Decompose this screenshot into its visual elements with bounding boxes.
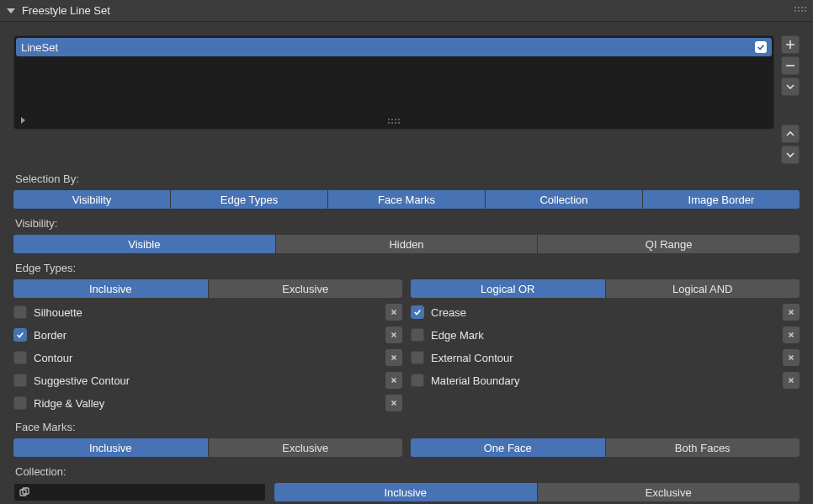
edgetype-row-material-boundary: Material Boundary xyxy=(411,371,800,390)
collection-mode-inclusive[interactable]: Inclusive xyxy=(274,483,537,501)
edgetype-exclude-button[interactable] xyxy=(385,395,402,411)
edgetype-label: Material Boundary xyxy=(431,374,776,387)
selection-by-label: Selection By: xyxy=(15,172,800,185)
edgetype-label: External Contour xyxy=(431,352,776,364)
collection-icon xyxy=(18,485,31,499)
move-up-button[interactable] xyxy=(781,125,800,143)
resize-handle-icon[interactable] xyxy=(388,119,400,124)
add-lineset-button[interactable] xyxy=(781,35,800,54)
edgetype-row-external-contour: External Contour xyxy=(411,348,800,367)
lineset-specials-menu[interactable] xyxy=(781,77,800,96)
edgetype-checkbox[interactable] xyxy=(13,351,27,364)
edgetype-exclude-button[interactable] xyxy=(385,304,402,321)
facemarks-faces-toggle: One FaceBoth Faces xyxy=(411,438,800,457)
move-down-button[interactable] xyxy=(781,146,800,164)
facemarks-faces-both-faces[interactable]: Both Faces xyxy=(606,438,800,457)
edgetype-checkbox[interactable] xyxy=(411,374,424,387)
edgetype-exclude-button[interactable] xyxy=(385,349,402,366)
edgetype-checkbox[interactable] xyxy=(411,328,424,342)
edgetype-checkbox[interactable] xyxy=(13,305,27,319)
edgetype-row-silhouette: Silhouette xyxy=(13,303,402,321)
selection-by-option-face-marks[interactable]: Face Marks xyxy=(328,190,485,209)
edgetype-exclude-button[interactable] xyxy=(783,372,800,389)
edgetype-label: Contour xyxy=(34,352,379,364)
edgetype-checkbox[interactable] xyxy=(13,374,27,387)
panel-title: Freestyle Line Set xyxy=(22,4,110,17)
edgetype-exclude-button[interactable] xyxy=(385,326,402,343)
collection-mode-exclusive[interactable]: Exclusive xyxy=(538,483,800,501)
collection-mode-toggle: InclusiveExclusive xyxy=(274,483,800,501)
edgetype-label: Edge Mark xyxy=(431,329,776,342)
edgetype-checkbox[interactable] xyxy=(13,396,27,410)
edgetypes-logic-logical-and[interactable]: Logical AND xyxy=(606,279,800,298)
edgetype-label: Ridge & Valley xyxy=(34,397,379,410)
edgetype-row-border: Border xyxy=(13,326,402,344)
edgetypes-mode-exclusive[interactable]: Exclusive xyxy=(209,279,403,298)
selection-by-option-image-border[interactable]: Image Border xyxy=(643,190,800,209)
visibility-option-visible[interactable]: Visible xyxy=(13,235,275,253)
selection-by-option-visibility[interactable]: Visibility xyxy=(13,190,170,209)
edgetype-checkbox[interactable] xyxy=(411,305,424,319)
lineset-item-name[interactable]: LineSet xyxy=(21,41,755,54)
disclosure-triangle-icon[interactable] xyxy=(7,8,15,13)
facemarks-mode-inclusive[interactable]: Inclusive xyxy=(13,438,208,457)
facemarks-mode-toggle: InclusiveExclusive xyxy=(13,438,402,457)
lineset-list[interactable]: LineSet xyxy=(13,35,774,130)
edgetypes-mode-inclusive[interactable]: Inclusive xyxy=(13,279,208,298)
edgetype-exclude-button[interactable] xyxy=(783,326,800,343)
edgetypes-logic-logical-or[interactable]: Logical OR xyxy=(411,279,605,298)
facemarks-mode-exclusive[interactable]: Exclusive xyxy=(209,438,403,457)
edge-types-label: Edge Types: xyxy=(15,262,800,274)
edgetype-label: Border xyxy=(34,329,379,342)
visibility-toggle: VisibleHiddenQI Range xyxy=(13,235,800,253)
edgetype-exclude-button[interactable] xyxy=(385,372,402,389)
selection-by-toggle: VisibilityEdge TypesFace MarksCollection… xyxy=(13,190,800,209)
edgetype-checkbox[interactable] xyxy=(411,351,424,364)
visibility-option-qi-range[interactable]: QI Range xyxy=(538,235,800,253)
panel-header[interactable]: Freestyle Line Set xyxy=(0,0,813,22)
remove-lineset-button[interactable] xyxy=(781,56,800,75)
facemarks-faces-one-face[interactable]: One Face xyxy=(411,438,605,457)
collection-label: Collection: xyxy=(15,465,800,478)
selection-by-option-edge-types[interactable]: Edge Types xyxy=(171,190,327,209)
edgetype-row-contour: Contour xyxy=(13,348,402,367)
visibility-label: Visibility: xyxy=(15,217,800,230)
expand-filter-icon[interactable] xyxy=(21,117,25,124)
edgetype-row-crease: Crease xyxy=(411,303,800,321)
face-marks-label: Face Marks: xyxy=(15,421,800,433)
edgetype-label: Suggestive Contour xyxy=(34,374,379,387)
selection-by-option-collection[interactable]: Collection xyxy=(486,190,642,209)
lineset-list-item[interactable]: LineSet xyxy=(16,38,772,56)
visibility-option-hidden[interactable]: Hidden xyxy=(276,235,538,253)
edgetype-exclude-button[interactable] xyxy=(783,349,800,366)
edgetype-row-edge-mark: Edge Mark xyxy=(411,326,800,344)
edgetype-label: Crease xyxy=(431,306,776,319)
edgetype-label: Silhouette xyxy=(34,306,379,319)
edgetype-exclude-button[interactable] xyxy=(783,304,800,321)
lineset-item-enabled-checkbox[interactable] xyxy=(755,41,767,53)
edgetype-row-suggestive-contour: Suggestive Contour xyxy=(13,371,402,390)
collection-field[interactable] xyxy=(13,483,266,501)
edgetypes-mode-toggle: InclusiveExclusive xyxy=(13,279,402,298)
drag-handle-icon[interactable] xyxy=(794,7,806,12)
edgetype-row-ridge-valley: Ridge & Valley xyxy=(13,394,402,412)
edgetypes-logic-toggle: Logical ORLogical AND xyxy=(411,279,800,298)
edgetype-checkbox[interactable] xyxy=(13,328,27,342)
